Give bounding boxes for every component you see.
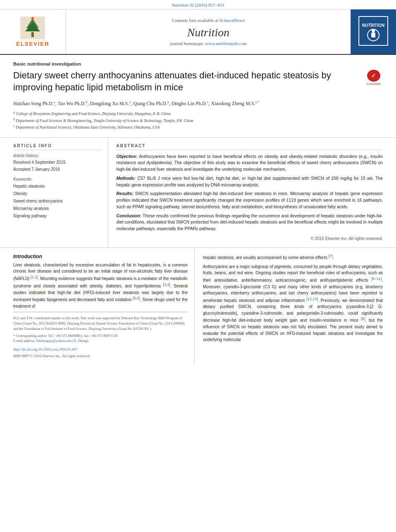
crossmark-badge: ✓ CrossMark	[364, 70, 383, 85]
journal-name-area: Contents lists available at ScienceDirec…	[66, 9, 351, 54]
elsevier-logo-area: ELSEVIER	[0, 9, 66, 54]
abstract-objective: Objective: Anthocyanins have been report…	[116, 153, 383, 173]
article-title: Dietary sweet cherry anthocyanins attenu…	[13, 70, 337, 93]
article-info-label: ARTICLE INFO	[13, 144, 101, 150]
crossmark-label: CrossMark	[367, 82, 381, 85]
authors-line: Haizhao Song Ph.D.a, Tao Wu Ph.D.b, Dong…	[13, 99, 383, 108]
ref-8-11[interactable]: [8–11]	[371, 277, 382, 281]
ref-5-6[interactable]: [5,6]	[133, 296, 140, 300]
objective-text: Anthocyanins have been reported to have …	[116, 154, 383, 172]
article-section: Basic nutritional investigation Dietary …	[0, 55, 396, 138]
email-label: E-mail address:	[13, 339, 35, 343]
ref-3-4[interactable]: [3,4]	[163, 282, 170, 287]
author-lin: Dingbo Lin Ph.D.	[171, 101, 207, 106]
keyword-5: Signaling pathway	[13, 212, 101, 220]
keywords-label: Keywords:	[13, 177, 101, 181]
author-zheng: Xiaodong Zheng M.S.	[211, 101, 255, 106]
contents-line: Contents lists available at ScienceDirec…	[172, 18, 245, 23]
affiliation-c: c Department of Nutritional Sciences, Ok…	[13, 124, 383, 130]
article-info-col: ARTICLE INFO Article history: Received 4…	[13, 138, 108, 247]
received-date: Received 4 September 2015	[13, 159, 101, 166]
author-wu: Tao Wu Ph.D.	[58, 101, 86, 106]
body-section: Introduction Liver steatosis, characteri…	[0, 248, 396, 365]
keyword-3: Sweet cherry anthocyanins	[13, 198, 101, 205]
svg-rect-1	[31, 32, 34, 37]
body-left-col: Introduction Liver steatosis, characteri…	[13, 248, 195, 365]
sciencedirect-link[interactable]: ScienceDirect	[219, 18, 245, 23]
indicated-text: indicated	[29, 290, 45, 295]
introduction-body: Liver steatosis, characterized by excess…	[13, 262, 188, 309]
svg-text:NUTRITION: NUTRITION	[362, 23, 384, 28]
nutrition-journal-icon: NUTRITION	[357, 14, 390, 47]
keywords-list: Hepatic steatosis Obesity Sweet cherry a…	[13, 183, 101, 220]
copyright-line: © 2016 Elsevier Inc. All rights reserved…	[116, 235, 383, 242]
body-right-col: hepatic steatosis, are usually accompani…	[195, 248, 383, 365]
abstract-methods: Methods: C57 BL/6 J mice were fed low-fa…	[116, 175, 383, 188]
author-chu: Qiang Chu Ph.D.	[133, 101, 167, 106]
methods-text: C57 BL/6 J mice were fed low-fat diet, h…	[116, 176, 383, 187]
affiliation-b: b Department of Food Sciences & Bioengin…	[13, 117, 383, 124]
abstract-label: ABSTRACT	[116, 144, 383, 150]
nutrition-logo-box: NUTRITION	[357, 14, 390, 49]
introduction-title: Introduction	[13, 254, 188, 259]
footnote-1: H.Z. and T.W. contributed equally to thi…	[13, 315, 188, 331]
homepage-url[interactable]: www.nutritionjrnl.com	[205, 41, 247, 46]
author-xu: Dongdong Xu M.S.	[90, 101, 129, 106]
conclusion-label: Conclusion:	[116, 213, 143, 218]
right-col-intro-body: hepatic steatosis, are usually accompani…	[203, 254, 383, 343]
objective-label: Objective:	[116, 154, 139, 159]
footer-notes: H.Z. and T.W. contributed equally to thi…	[13, 312, 188, 359]
svg-rect-9	[371, 33, 375, 38]
journal-title: Nutrition	[187, 26, 230, 39]
abstract-conclusion: Conclusion: These results confirmed the …	[116, 213, 383, 232]
article-info-abstract-section: ARTICLE INFO Article history: Received 4…	[0, 138, 396, 248]
keyword-4: Microarray analysis	[13, 205, 101, 212]
affiliation-a: a College of Biosystems Engineering and …	[13, 110, 383, 117]
journal-reference-bar: Nutrition 32 (2016) 827–833	[0, 0, 396, 9]
conclusion-text: These results confirmed the previous fin…	[116, 213, 383, 231]
abstract-results: Results: SWCN supplementation alleviated…	[116, 191, 383, 210]
journal-ref-text: Nutrition 32 (2016) 827–833	[172, 2, 224, 7]
intro-para-1: Liver steatosis, characterized by excess…	[13, 262, 188, 309]
svg-point-4	[31, 17, 34, 20]
right-para-2: Anthocyanins are a major subgroup of pig…	[203, 264, 383, 343]
nutrition-logo-area: NUTRITION	[351, 9, 396, 54]
history-label: Article history:	[13, 153, 101, 158]
email-line: E-mail address: Xdzhengzju@yahoo.com (X.…	[13, 338, 188, 344]
doi-link[interactable]: http://dx.doi.org/10.1016/j.nut.2016.01.…	[13, 346, 188, 352]
crossmark-icon: ✓	[367, 70, 380, 82]
ref-8[interactable]: [8]	[361, 317, 365, 321]
journal-header: ELSEVIER Contents lists available at Sci…	[0, 9, 396, 55]
history-dates: Received 4 September 2015 Accepted 7 Jan…	[13, 159, 101, 173]
right-para-1: hepatic steatosis, are usually accompani…	[203, 254, 383, 261]
results-text: SWCN supplementation alleviated high-fat…	[116, 191, 383, 209]
methods-label: Methods:	[116, 176, 137, 181]
ref-7[interactable]: [7]	[328, 254, 332, 258]
keyword-1: Hepatic steatosis	[13, 183, 101, 190]
ref-1-2[interactable]: [1,2]	[31, 275, 38, 279]
results-label: Results:	[116, 191, 135, 196]
article-type: Basic nutritional investigation	[13, 61, 383, 66]
elsevier-wordmark: ELSEVIER	[16, 41, 49, 47]
affiliations: a College of Biosystems Engineering and …	[13, 110, 383, 130]
abstract-col: ABSTRACT Objective: Anthocyanins have be…	[108, 138, 383, 247]
email-address: Xdzhengzju@yahoo.com (X. Zheng).	[36, 339, 89, 343]
keyword-2: Obesity	[13, 190, 101, 198]
journal-homepage: journal homepage: www.nutritionjrnl.com	[170, 41, 247, 46]
footnote-2: * Corresponding author. Tel.: +86-571-86…	[13, 333, 188, 339]
issn-line: 0899-9007/© 2016 Elsevier Inc. All right…	[13, 353, 188, 359]
elsevier-tree-icon	[20, 16, 45, 39]
svg-point-10	[372, 29, 375, 33]
several-text: Several	[174, 284, 188, 288]
author-song: Haizhao Song Ph.D.	[13, 101, 54, 106]
elsevier-logo: ELSEVIER	[16, 16, 49, 47]
accepted-date: Accepted 7 January 2016	[13, 166, 101, 173]
abstract-text: Objective: Anthocyanins have been report…	[116, 153, 383, 242]
ref-12-13[interactable]: [12,13]	[306, 297, 318, 301]
